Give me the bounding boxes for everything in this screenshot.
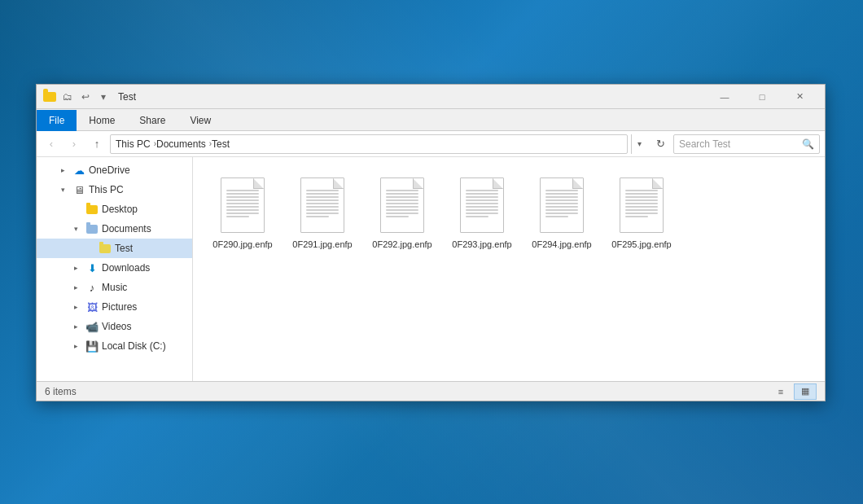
document-lines: [625, 190, 658, 217]
minimize-button[interactable]: —: [706, 85, 743, 109]
file-item[interactable]: 0F290.jpg.enfp: [206, 170, 279, 255]
window-icon: [43, 90, 56, 103]
sidebar-label-local-disk: Local Disk (C:): [102, 340, 166, 352]
ribbon-tabs: File Home Share View: [37, 109, 825, 130]
file-icon: [456, 175, 508, 235]
expand-arrow-music: ▸: [69, 281, 82, 294]
back-button[interactable]: ‹: [42, 134, 61, 154]
sidebar-item-music[interactable]: ▸ ♪ Music: [37, 278, 192, 297]
sidebar-label-test: Test: [115, 243, 133, 254]
sidebar-label-onedrive: OneDrive: [89, 164, 130, 176]
sidebar-item-onedrive[interactable]: ▸ ☁ OneDrive: [37, 160, 192, 180]
close-button[interactable]: ✕: [781, 85, 818, 109]
document-page: [300, 177, 344, 233]
address-path[interactable]: This PC › Documents › Test: [110, 134, 628, 154]
expand-arrow-downloads: ▸: [69, 261, 82, 274]
test-folder-icon: [99, 242, 112, 255]
pictures-icon: 🖼: [85, 300, 99, 313]
document-page: [380, 177, 424, 233]
ribbon: File Home Share View: [37, 109, 825, 131]
sidebar-item-local-disk[interactable]: ▸ 💾 Local Disk (C:): [37, 336, 192, 356]
this-pc-icon: 🖥: [72, 183, 85, 196]
document-lines: [545, 190, 578, 217]
tab-home[interactable]: Home: [77, 110, 127, 131]
qat-more-button[interactable]: ▾: [95, 89, 112, 105]
file-view: 0F290.jpg.enfp 0F291.jpg.enfp 0F292.jpg.…: [193, 157, 825, 381]
sidebar-item-documents[interactable]: ▾ Documents: [37, 219, 192, 239]
tab-share[interactable]: Share: [127, 110, 177, 131]
list-view-button[interactable]: ≡: [769, 383, 792, 400]
sidebar-item-pictures[interactable]: ▸ 🖼 Pictures: [37, 297, 192, 317]
tab-view[interactable]: View: [177, 110, 223, 131]
file-icon: [536, 175, 588, 235]
document-page: [620, 177, 664, 233]
view-toggle-buttons: ≡ ▦: [769, 383, 817, 400]
navigation-pane: ▸ ☁ OneDrive ▾ 🖥 This PC Desktop ▾: [37, 157, 193, 381]
path-test: Test: [212, 138, 230, 150]
address-bar: ‹ › ↑ This PC › Documents › Test ▾ ↻ Sea…: [37, 131, 825, 157]
content-area: ▸ ☁ OneDrive ▾ 🖥 This PC Desktop ▾: [37, 157, 825, 381]
sidebar-label-videos: Videos: [102, 321, 131, 332]
file-name: 0F294.jpg.enfp: [532, 239, 591, 250]
onedrive-icon: ☁: [72, 164, 85, 177]
expand-arrow-desktop: [69, 203, 82, 216]
file-icon: [217, 175, 269, 235]
expand-arrow-pictures: ▸: [69, 300, 82, 313]
sidebar-label-music: Music: [102, 282, 127, 293]
search-placeholder: Search Test: [679, 138, 799, 150]
file-explorer-window: 🗂 ↩ ▾ Test — □ ✕ File Home Share View ‹ …: [36, 84, 826, 401]
window-title: Test: [118, 91, 706, 103]
file-item[interactable]: 0F291.jpg.enfp: [286, 170, 359, 255]
up-button[interactable]: ↑: [87, 134, 107, 154]
document-lines: [466, 190, 498, 217]
qat-properties-button[interactable]: 🗂: [59, 89, 76, 105]
expand-arrow-videos: ▸: [69, 320, 82, 333]
grid-view-button[interactable]: ▦: [794, 383, 817, 400]
maximize-button[interactable]: □: [743, 85, 781, 109]
file-name: 0F292.jpg.enfp: [372, 239, 432, 250]
file-icon: [615, 175, 668, 235]
file-item[interactable]: 0F292.jpg.enfp: [366, 170, 439, 255]
expand-arrow-documents: ▾: [69, 222, 82, 235]
expand-arrow-test: [82, 242, 95, 255]
sidebar-item-downloads[interactable]: ▸ ⬇ Downloads: [37, 258, 192, 278]
qat-undo-button[interactable]: ↩: [77, 89, 94, 105]
sidebar-item-desktop[interactable]: Desktop: [37, 199, 192, 219]
sidebar-label-desktop: Desktop: [102, 204, 138, 215]
path-dropdown-button[interactable]: ▾: [631, 134, 647, 154]
file-item[interactable]: 0F295.jpg.enfp: [605, 170, 678, 255]
tab-file[interactable]: File: [37, 110, 77, 131]
refresh-button[interactable]: ↻: [651, 134, 670, 154]
file-name: 0F295.jpg.enfp: [611, 239, 671, 250]
file-icon: [376, 175, 428, 235]
search-icon[interactable]: 🔍: [802, 138, 814, 150]
file-icon: [296, 175, 348, 235]
document-lines: [306, 190, 339, 217]
documents-folder-icon: [85, 222, 99, 235]
file-item[interactable]: 0F294.jpg.enfp: [525, 170, 598, 255]
path-this-pc-label: This PC: [116, 138, 151, 150]
sidebar-item-this-pc[interactable]: ▾ 🖥 This PC: [37, 180, 192, 199]
videos-icon: 📹: [85, 320, 99, 333]
sidebar-item-videos[interactable]: ▸ 📹 Videos: [37, 317, 192, 336]
downloads-icon: ⬇: [85, 261, 99, 274]
expand-arrow-local-disk: ▸: [69, 340, 82, 353]
window-controls: — □ ✕: [706, 85, 818, 109]
path-documents-label: Documents: [156, 138, 206, 150]
sidebar-label-pictures: Pictures: [102, 301, 137, 313]
expand-arrow-this-pc: ▾: [56, 183, 69, 196]
status-bar: 6 items ≡ ▦: [37, 381, 825, 401]
document-page: [540, 177, 584, 233]
document-page: [221, 177, 265, 233]
file-item[interactable]: 0F293.jpg.enfp: [445, 170, 519, 255]
path-test-label: Test: [212, 138, 230, 150]
file-name: 0F290.jpg.enfp: [212, 239, 272, 250]
sidebar-label-downloads: Downloads: [102, 262, 150, 274]
sidebar-label-this-pc: This PC: [89, 184, 124, 195]
sidebar-item-test[interactable]: Test: [37, 239, 192, 258]
path-this-pc: This PC ›: [116, 138, 156, 150]
search-box[interactable]: Search Test 🔍: [673, 134, 820, 154]
document-lines: [226, 190, 259, 217]
path-documents: Documents ›: [156, 138, 212, 150]
forward-button[interactable]: ›: [64, 134, 84, 154]
